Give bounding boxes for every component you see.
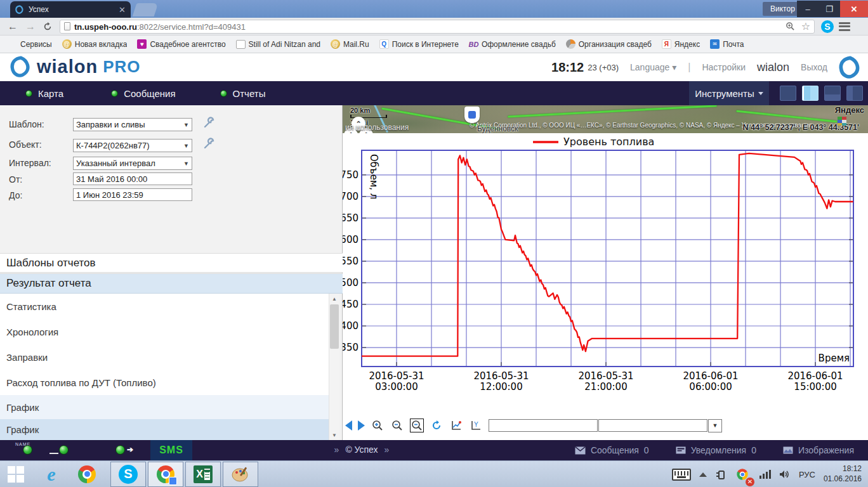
layout-split-horizontal-icon[interactable] — [824, 86, 841, 101]
zoom-out-button[interactable] — [390, 419, 404, 432]
forward-button[interactable]: → — [25, 21, 36, 32]
at-badge-icon: @ — [331, 39, 340, 49]
to-label: До: — [9, 190, 22, 200]
back-button[interactable]: ← — [8, 21, 18, 32]
list-scrollbar[interactable]: ▲ ▼ — [329, 294, 339, 440]
bookmark-wedding-decor[interactable]: BDОформление свадьб — [465, 38, 560, 50]
sms-button[interactable]: SMS — [150, 440, 192, 460]
pan-right-button[interactable] — [358, 420, 365, 431]
keyboard-icon[interactable] — [672, 469, 691, 481]
fuel-level-chart[interactable]: 3504004505005506006507007502016-05-3103:… — [343, 133, 868, 413]
layout-single-icon[interactable] — [780, 86, 796, 101]
list-item-fuel-consumption[interactable]: Расход топлива по ДУТ (Топливо) — [0, 370, 329, 395]
browser-menu-icon[interactable] — [839, 22, 850, 31]
section-report-result[interactable]: Результат отчета — [0, 273, 343, 294]
tab-close-icon[interactable]: ✕ — [119, 6, 126, 14]
network-signal-icon[interactable] — [760, 470, 771, 479]
zoom-icon[interactable] — [786, 22, 795, 31]
bookmark-services[interactable]: Сервисы — [4, 39, 56, 50]
chevron-down-icon: ▼ — [183, 143, 189, 149]
status-green-dot-icon[interactable] — [115, 445, 125, 455]
taskbar-excel-icon[interactable]: X — [185, 462, 221, 487]
restore-button[interactable]: ❐ — [819, 1, 840, 17]
settings-link[interactable]: Настройки — [702, 62, 746, 72]
sensor-dropdown-button[interactable]: ▼ — [708, 419, 722, 432]
tray-clock[interactable]: 18:12 01.06.2016 — [824, 464, 862, 484]
bookmark-wedding-agency[interactable]: ♥Свадебное агентство — [133, 38, 229, 50]
map-layers-icon[interactable] — [838, 117, 846, 126]
bookmark-new-tab[interactable]: @Новая вкладка — [58, 38, 131, 50]
object-select[interactable]: К-744Р2(0262нв77)▼ — [73, 139, 192, 152]
taskbar-chrome-profile-icon[interactable] — [148, 462, 183, 487]
reload-button[interactable] — [43, 22, 52, 31]
tray-expand-icon[interactable] — [699, 472, 707, 477]
from-input[interactable] — [73, 172, 192, 185]
chart-sensor-input[interactable] — [598, 419, 707, 432]
nav-item-map[interactable]: Карта — [25, 88, 63, 99]
section-report-templates[interactable]: Шаблоны отчетов — [0, 253, 343, 273]
status-green-dot-icon[interactable] — [59, 445, 69, 455]
tools-menu[interactable]: Инструменты — [689, 81, 769, 105]
notifications-counter[interactable]: Уведомления0 — [676, 445, 756, 455]
status-green-dot-icon[interactable] — [23, 445, 32, 455]
close-button[interactable]: ✕ — [840, 1, 868, 17]
chart-toolbar: Y ▼ — [343, 417, 868, 434]
logout-link[interactable]: Выход — [801, 62, 827, 72]
list-item-fillings[interactable]: Заправки — [0, 344, 329, 370]
layout-split-vertical-icon[interactable] — [802, 86, 819, 101]
nav-item-messages[interactable]: Сообщения — [111, 88, 175, 99]
y-axis-button[interactable]: Y — [469, 419, 483, 432]
start-button[interactable] — [3, 463, 29, 486]
scroll-thumb[interactable] — [330, 304, 339, 349]
chart-query-input[interactable] — [489, 419, 598, 432]
bookmark-mailru[interactable]: @Mail.Ru — [327, 38, 373, 50]
footer-copyright: »© Успех» — [292, 445, 431, 455]
svg-text:2016-05-31: 2016-05-31 — [473, 370, 529, 382]
map-vehicle-marker[interactable] — [464, 107, 480, 123]
current-user[interactable]: wialon — [757, 61, 789, 74]
bookmark-yandex[interactable]: ЯЯндекс — [658, 38, 704, 50]
scroll-up-icon[interactable]: ▲ — [329, 294, 339, 304]
taskbar-chrome-icon[interactable] — [74, 463, 100, 486]
keyboard-language[interactable]: РУС — [799, 470, 815, 479]
taskbar-skype-icon[interactable]: S — [110, 462, 146, 487]
to-input[interactable] — [73, 188, 192, 201]
taskbar-paint-icon[interactable] — [223, 462, 258, 487]
new-tab-button[interactable] — [133, 3, 159, 16]
taskbar-ie-icon[interactable]: e — [38, 463, 65, 486]
line-chart-button[interactable] — [449, 419, 463, 432]
nav-item-reports[interactable]: Отчеты — [220, 88, 266, 99]
bookmark-web-search[interactable]: QПоиск в Интернете — [376, 38, 463, 50]
skype-extension-icon[interactable]: S — [821, 20, 834, 33]
url-field[interactable]: tn.uspeh-ooo.ru:8022/service.html?d=4094… — [60, 20, 815, 34]
pan-left-button[interactable] — [345, 420, 352, 431]
list-item-chronology[interactable]: Хронология — [0, 319, 329, 344]
interval-select[interactable]: Указанный интервал▼ — [73, 157, 192, 170]
map-strip[interactable]: 20 km 10 mi ⌃ ⌃ ⌃ ия использования © Ant… — [343, 105, 868, 133]
layout-combined-icon[interactable] — [846, 86, 863, 101]
object-wrench-icon[interactable] — [203, 137, 216, 150]
bookmark-wedding-org[interactable]: Организация свадеб — [562, 38, 655, 50]
language-menu[interactable]: Language ▾ — [630, 62, 676, 72]
green-dot-icon — [25, 90, 32, 97]
zoom-in-button[interactable] — [371, 419, 385, 432]
messages-counter[interactable]: Сообщения0 — [575, 445, 649, 455]
images-counter[interactable]: Изображения — [783, 445, 854, 455]
minimize-button[interactable]: – — [797, 1, 819, 17]
bookmark-still[interactable]: Still of Adi Nitzan and — [232, 39, 324, 50]
refresh-button[interactable] — [430, 419, 444, 432]
bookmark-star-icon[interactable]: ☆ — [801, 20, 810, 32]
power-plug-icon[interactable] — [715, 469, 725, 480]
image-icon — [783, 446, 793, 454]
browser-tab[interactable]: Успех ✕ — [10, 1, 131, 18]
list-item-statistics[interactable]: Статистика — [0, 294, 329, 319]
bookmark-mail[interactable]: ✉Почта — [706, 38, 747, 50]
zoom-reset-button[interactable] — [410, 419, 424, 432]
list-item-graph-1[interactable]: График — [0, 395, 329, 419]
template-select[interactable]: Заправки и сливы▼ — [73, 118, 192, 131]
speaker-icon[interactable] — [779, 469, 791, 479]
chrome-alert-icon[interactable]: ✕ — [733, 465, 751, 483]
template-wrench-icon[interactable] — [203, 116, 216, 129]
list-item-graph-2[interactable]: График — [0, 419, 329, 440]
scroll-down-icon[interactable]: ▼ — [329, 430, 339, 440]
